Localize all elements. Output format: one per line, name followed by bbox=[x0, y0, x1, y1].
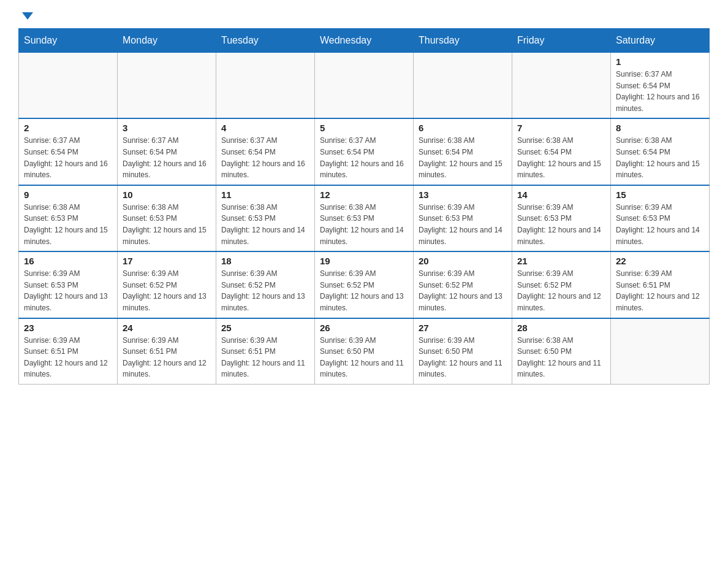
calendar-cell: 8Sunrise: 6:38 AM Sunset: 6:54 PM Daylig… bbox=[611, 118, 710, 185]
calendar-cell: 14Sunrise: 6:39 AM Sunset: 6:53 PM Dayli… bbox=[512, 185, 611, 251]
day-number: 2 bbox=[24, 123, 112, 133]
day-info: Sunrise: 6:39 AM Sunset: 6:51 PM Dayligh… bbox=[123, 335, 211, 380]
calendar-header-row: SundayMondayTuesdayWednesdayThursdayFrid… bbox=[19, 29, 710, 53]
calendar-cell: 7Sunrise: 6:38 AM Sunset: 6:54 PM Daylig… bbox=[512, 118, 611, 185]
day-number: 25 bbox=[221, 323, 309, 333]
day-info: Sunrise: 6:39 AM Sunset: 6:53 PM Dayligh… bbox=[24, 268, 112, 313]
day-info: Sunrise: 6:39 AM Sunset: 6:52 PM Dayligh… bbox=[123, 268, 211, 313]
day-number: 6 bbox=[419, 123, 507, 133]
calendar-header-monday: Monday bbox=[118, 29, 216, 53]
day-info: Sunrise: 6:39 AM Sunset: 6:52 PM Dayligh… bbox=[419, 268, 507, 313]
calendar-cell: 12Sunrise: 6:38 AM Sunset: 6:53 PM Dayli… bbox=[315, 185, 414, 251]
day-number: 14 bbox=[517, 190, 605, 200]
day-number: 23 bbox=[24, 323, 112, 333]
day-info: Sunrise: 6:38 AM Sunset: 6:54 PM Dayligh… bbox=[517, 135, 605, 180]
calendar-week-4: 16Sunrise: 6:39 AM Sunset: 6:53 PM Dayli… bbox=[19, 251, 710, 318]
calendar-header-tuesday: Tuesday bbox=[216, 29, 315, 53]
calendar-cell: 15Sunrise: 6:39 AM Sunset: 6:53 PM Dayli… bbox=[611, 185, 710, 251]
calendar-cell bbox=[216, 53, 315, 119]
calendar-cell: 2Sunrise: 6:37 AM Sunset: 6:54 PM Daylig… bbox=[19, 118, 118, 185]
calendar-cell bbox=[315, 53, 414, 119]
calendar-cell: 9Sunrise: 6:38 AM Sunset: 6:53 PM Daylig… bbox=[19, 185, 118, 251]
day-info: Sunrise: 6:38 AM Sunset: 6:53 PM Dayligh… bbox=[221, 202, 309, 247]
day-number: 24 bbox=[123, 323, 211, 333]
day-info: Sunrise: 6:39 AM Sunset: 6:52 PM Dayligh… bbox=[517, 268, 605, 313]
day-number: 12 bbox=[320, 190, 408, 200]
calendar-cell bbox=[19, 53, 118, 119]
day-info: Sunrise: 6:38 AM Sunset: 6:53 PM Dayligh… bbox=[24, 202, 112, 247]
calendar-cell: 18Sunrise: 6:39 AM Sunset: 6:52 PM Dayli… bbox=[216, 251, 315, 318]
day-number: 28 bbox=[517, 323, 605, 333]
calendar-cell: 1Sunrise: 6:37 AM Sunset: 6:54 PM Daylig… bbox=[611, 53, 710, 119]
day-number: 20 bbox=[419, 256, 507, 266]
day-info: Sunrise: 6:37 AM Sunset: 6:54 PM Dayligh… bbox=[123, 135, 211, 180]
day-number: 22 bbox=[616, 256, 704, 266]
day-number: 13 bbox=[419, 190, 507, 200]
day-info: Sunrise: 6:39 AM Sunset: 6:52 PM Dayligh… bbox=[320, 268, 408, 313]
day-info: Sunrise: 6:38 AM Sunset: 6:53 PM Dayligh… bbox=[320, 202, 408, 247]
calendar-header-friday: Friday bbox=[512, 29, 611, 53]
day-number: 11 bbox=[221, 190, 309, 200]
calendar-cell: 10Sunrise: 6:38 AM Sunset: 6:53 PM Dayli… bbox=[118, 185, 216, 251]
calendar-cell: 6Sunrise: 6:38 AM Sunset: 6:54 PM Daylig… bbox=[414, 118, 512, 185]
day-info: Sunrise: 6:37 AM Sunset: 6:54 PM Dayligh… bbox=[320, 135, 408, 180]
calendar-cell: 19Sunrise: 6:39 AM Sunset: 6:52 PM Dayli… bbox=[315, 251, 414, 318]
day-number: 7 bbox=[517, 123, 605, 133]
day-number: 4 bbox=[221, 123, 309, 133]
logo-arrow-shape bbox=[22, 12, 33, 20]
day-info: Sunrise: 6:39 AM Sunset: 6:51 PM Dayligh… bbox=[24, 335, 112, 380]
day-number: 3 bbox=[123, 123, 211, 133]
calendar-header-thursday: Thursday bbox=[414, 29, 512, 53]
calendar-cell: 23Sunrise: 6:39 AM Sunset: 6:51 PM Dayli… bbox=[19, 318, 118, 385]
day-number: 5 bbox=[320, 123, 408, 133]
calendar-cell: 3Sunrise: 6:37 AM Sunset: 6:54 PM Daylig… bbox=[118, 118, 216, 185]
day-info: Sunrise: 6:39 AM Sunset: 6:50 PM Dayligh… bbox=[320, 335, 408, 380]
calendar-cell: 24Sunrise: 6:39 AM Sunset: 6:51 PM Dayli… bbox=[118, 318, 216, 385]
logo bbox=[18, 12, 36, 20]
calendar-cell: 11Sunrise: 6:38 AM Sunset: 6:53 PM Dayli… bbox=[216, 185, 315, 251]
day-number: 15 bbox=[616, 190, 704, 200]
day-number: 1 bbox=[616, 56, 704, 67]
calendar-cell: 26Sunrise: 6:39 AM Sunset: 6:50 PM Dayli… bbox=[315, 318, 414, 385]
day-info: Sunrise: 6:39 AM Sunset: 6:52 PM Dayligh… bbox=[221, 268, 309, 313]
day-info: Sunrise: 6:38 AM Sunset: 6:54 PM Dayligh… bbox=[616, 135, 704, 180]
day-number: 16 bbox=[24, 256, 112, 266]
day-number: 10 bbox=[123, 190, 211, 200]
day-number: 26 bbox=[320, 323, 408, 333]
day-info: Sunrise: 6:39 AM Sunset: 6:51 PM Dayligh… bbox=[616, 268, 704, 313]
day-info: Sunrise: 6:39 AM Sunset: 6:53 PM Dayligh… bbox=[419, 202, 507, 247]
day-info: Sunrise: 6:39 AM Sunset: 6:53 PM Dayligh… bbox=[616, 202, 704, 247]
calendar-cell: 16Sunrise: 6:39 AM Sunset: 6:53 PM Dayli… bbox=[19, 251, 118, 318]
day-info: Sunrise: 6:38 AM Sunset: 6:54 PM Dayligh… bbox=[419, 135, 507, 180]
calendar-week-1: 1Sunrise: 6:37 AM Sunset: 6:54 PM Daylig… bbox=[19, 53, 710, 119]
day-info: Sunrise: 6:37 AM Sunset: 6:54 PM Dayligh… bbox=[221, 135, 309, 180]
header-top bbox=[18, 12, 710, 20]
day-number: 17 bbox=[123, 256, 211, 266]
calendar-cell: 22Sunrise: 6:39 AM Sunset: 6:51 PM Dayli… bbox=[611, 251, 710, 318]
calendar-cell: 4Sunrise: 6:37 AM Sunset: 6:54 PM Daylig… bbox=[216, 118, 315, 185]
calendar-header-sunday: Sunday bbox=[19, 29, 118, 53]
day-info: Sunrise: 6:39 AM Sunset: 6:50 PM Dayligh… bbox=[419, 335, 507, 380]
day-number: 19 bbox=[320, 256, 408, 266]
day-number: 18 bbox=[221, 256, 309, 266]
day-number: 8 bbox=[616, 123, 704, 133]
calendar-cell: 28Sunrise: 6:38 AM Sunset: 6:50 PM Dayli… bbox=[512, 318, 611, 385]
day-number: 27 bbox=[419, 323, 507, 333]
calendar-table: SundayMondayTuesdayWednesdayThursdayFrid… bbox=[18, 28, 710, 385]
calendar-cell: 25Sunrise: 6:39 AM Sunset: 6:51 PM Dayli… bbox=[216, 318, 315, 385]
day-info: Sunrise: 6:38 AM Sunset: 6:53 PM Dayligh… bbox=[123, 202, 211, 247]
calendar-cell: 13Sunrise: 6:39 AM Sunset: 6:53 PM Dayli… bbox=[414, 185, 512, 251]
calendar-header-wednesday: Wednesday bbox=[315, 29, 414, 53]
calendar-cell bbox=[611, 318, 710, 385]
calendar-cell bbox=[512, 53, 611, 119]
calendar-week-5: 23Sunrise: 6:39 AM Sunset: 6:51 PM Dayli… bbox=[19, 318, 710, 385]
calendar-cell: 5Sunrise: 6:37 AM Sunset: 6:54 PM Daylig… bbox=[315, 118, 414, 185]
calendar-cell: 21Sunrise: 6:39 AM Sunset: 6:52 PM Dayli… bbox=[512, 251, 611, 318]
calendar-cell: 20Sunrise: 6:39 AM Sunset: 6:52 PM Dayli… bbox=[414, 251, 512, 318]
day-info: Sunrise: 6:39 AM Sunset: 6:53 PM Dayligh… bbox=[517, 202, 605, 247]
day-info: Sunrise: 6:38 AM Sunset: 6:50 PM Dayligh… bbox=[517, 335, 605, 380]
day-number: 21 bbox=[517, 256, 605, 266]
day-info: Sunrise: 6:37 AM Sunset: 6:54 PM Dayligh… bbox=[24, 135, 112, 180]
calendar-cell: 17Sunrise: 6:39 AM Sunset: 6:52 PM Dayli… bbox=[118, 251, 216, 318]
day-info: Sunrise: 6:37 AM Sunset: 6:54 PM Dayligh… bbox=[616, 69, 704, 114]
